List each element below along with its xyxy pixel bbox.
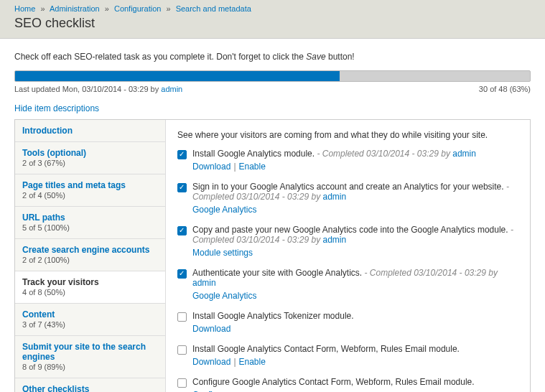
sidebar-item-meta: 2 of 3 (67%) bbox=[22, 159, 65, 167]
task-body: Sign in to your Google Analytics account… bbox=[192, 182, 518, 215]
sidebar-item-label: Content bbox=[22, 309, 158, 319]
sidebar-item-meta: 4 of 8 (50%) bbox=[22, 288, 65, 297]
task-checkbox[interactable] bbox=[177, 345, 187, 355]
task-row: Install Google Analytics Contact Form, W… bbox=[177, 344, 518, 367]
user-link[interactable]: admin bbox=[452, 149, 476, 159]
task-completed-text: - Completed 03/10/2014 - 03:29 by bbox=[362, 268, 498, 278]
sidebar-item[interactable]: URL paths5 of 5 (100%) bbox=[15, 207, 165, 239]
task-checkbox[interactable] bbox=[177, 150, 187, 159]
sidebar-item-label: Tools (optional) bbox=[22, 148, 158, 158]
toggle-descriptions-link[interactable]: Hide item descriptions bbox=[14, 103, 99, 113]
breadcrumb-link[interactable]: Search and metadata bbox=[176, 4, 251, 13]
breadcrumb-sep: » bbox=[166, 4, 170, 13]
user-link[interactable]: admin bbox=[161, 85, 182, 93]
sidebar-item-meta: 5 of 5 (100%) bbox=[22, 223, 70, 232]
panel-description: See where your visitors are coming from … bbox=[177, 130, 518, 140]
task-links: Download bbox=[192, 324, 518, 334]
sidebar-item[interactable]: Track your visitors4 of 8 (50%) bbox=[15, 271, 165, 304]
task-link[interactable]: Download bbox=[192, 324, 230, 334]
page-title: SEO checklist bbox=[14, 16, 531, 31]
progress-fill bbox=[15, 71, 340, 81]
sidebar-item[interactable]: Introduction bbox=[15, 120, 165, 142]
task-links: Download|Enable bbox=[192, 357, 518, 367]
sidebar-item-label: Track your visitors bbox=[22, 277, 158, 287]
sidebar-item-label: Create search engine accounts bbox=[22, 245, 158, 255]
sidebar-item-meta: 2 of 2 (100%) bbox=[22, 256, 70, 264]
sidebar-item[interactable]: Submit your site to the search engines8 … bbox=[15, 336, 165, 378]
task-body: Configure Google Analytics Contact Form,… bbox=[192, 377, 518, 392]
task-link[interactable]: Download bbox=[192, 162, 230, 172]
link-sep: | bbox=[233, 357, 236, 367]
task-checkbox[interactable] bbox=[177, 183, 187, 192]
sidebar-item-meta: 3 of 7 (43%) bbox=[22, 320, 65, 329]
task-links: Module settings bbox=[192, 248, 518, 258]
task-title: Install Google Analytics module. bbox=[192, 149, 315, 159]
task-body: Install Google Analytics module. - Compl… bbox=[192, 149, 518, 172]
sidebar-item-meta: 8 of 9 (89%) bbox=[22, 363, 65, 371]
task-row: Install Google Analytics Tokenizer modul… bbox=[177, 311, 518, 334]
task-body: Install Google Analytics Contact Form, W… bbox=[192, 344, 518, 367]
sidebar-item[interactable]: Tools (optional)2 of 3 (67%) bbox=[15, 142, 165, 174]
intro-text: Check off each SEO-related task as you c… bbox=[14, 52, 531, 62]
sidebar-item[interactable]: Other checklists1 of 1 (100%) bbox=[15, 378, 165, 392]
task-link[interactable]: Google Analytics bbox=[192, 291, 256, 301]
user-link[interactable]: admin bbox=[192, 278, 216, 288]
progress-updated: Last updated Mon, 03/10/2014 - 03:29 by … bbox=[14, 85, 182, 93]
task-links: Google Analytics bbox=[192, 291, 518, 301]
sidebar-item-meta: 2 of 4 (50%) bbox=[22, 191, 65, 200]
sidebar-item-label: Page titles and meta tags bbox=[22, 180, 158, 190]
sidebar-item[interactable]: Page titles and meta tags2 of 4 (50%) bbox=[15, 174, 165, 207]
link-sep: | bbox=[233, 162, 236, 172]
sidebar-item-label: Other checklists bbox=[22, 384, 158, 392]
sidebar: IntroductionTools (optional)2 of 3 (67%)… bbox=[15, 120, 166, 392]
page-header: Home » Administration » Configuration » … bbox=[0, 0, 545, 39]
task-completed-text: - Completed 03/10/2014 - 03:29 by bbox=[315, 149, 452, 159]
task-checkbox[interactable] bbox=[177, 226, 187, 235]
progress-count: 30 of 48 (63%) bbox=[479, 85, 531, 93]
sidebar-item-label: URL paths bbox=[22, 213, 158, 223]
progress-bar bbox=[14, 70, 531, 82]
task-row: Sign in to your Google Analytics account… bbox=[177, 182, 518, 215]
task-panel: See where your visitors are coming from … bbox=[166, 120, 530, 392]
task-links: Google Analytics bbox=[192, 205, 518, 215]
breadcrumb-link[interactable]: Configuration bbox=[114, 4, 161, 13]
user-link[interactable]: admin bbox=[322, 192, 346, 202]
user-link[interactable]: admin bbox=[322, 235, 346, 245]
task-link[interactable]: Enable bbox=[239, 357, 266, 367]
sidebar-item[interactable]: Content3 of 7 (43%) bbox=[15, 304, 165, 336]
sidebar-item-label: Submit your site to the search engines bbox=[22, 342, 158, 362]
task-link[interactable]: Module settings bbox=[192, 248, 253, 258]
task-title: Configure Google Analytics Contact Form,… bbox=[192, 377, 475, 387]
sidebar-item-label: Introduction bbox=[22, 126, 158, 136]
task-title: Authenticate your site with Google Analy… bbox=[192, 268, 362, 278]
task-body: Copy and paste your new Google Analytics… bbox=[192, 225, 518, 258]
task-body: Install Google Analytics Tokenizer modul… bbox=[192, 311, 518, 334]
task-checkbox[interactable] bbox=[177, 378, 187, 388]
breadcrumb-sep: » bbox=[105, 4, 109, 13]
task-title: Sign in to your Google Analytics account… bbox=[192, 182, 504, 192]
task-title: Install Google Analytics Tokenizer modul… bbox=[192, 311, 354, 321]
task-link[interactable]: Download bbox=[192, 357, 230, 367]
task-checkbox[interactable] bbox=[177, 312, 187, 322]
task-links: Download|Enable bbox=[192, 162, 518, 172]
breadcrumb-sep: » bbox=[40, 4, 45, 13]
task-row: Configure Google Analytics Contact Form,… bbox=[177, 377, 518, 392]
task-title: Install Google Analytics Contact Form, W… bbox=[192, 344, 460, 354]
breadcrumb-link[interactable]: Home bbox=[14, 4, 35, 13]
task-checkbox[interactable] bbox=[177, 269, 187, 279]
task-row: Copy and paste your new Google Analytics… bbox=[177, 225, 518, 258]
task-body: Authenticate your site with Google Analy… bbox=[192, 268, 518, 301]
sidebar-item[interactable]: Create search engine accounts2 of 2 (100… bbox=[15, 239, 165, 271]
task-row: Authenticate your site with Google Analy… bbox=[177, 268, 518, 301]
task-row: Install Google Analytics module. - Compl… bbox=[177, 149, 518, 172]
task-title: Copy and paste your new Google Analytics… bbox=[192, 225, 508, 235]
breadcrumb-link[interactable]: Administration bbox=[50, 4, 100, 13]
task-link[interactable]: Google Analytics bbox=[192, 205, 256, 215]
task-link[interactable]: Enable bbox=[239, 162, 266, 172]
breadcrumb: Home » Administration » Configuration » … bbox=[14, 4, 531, 13]
